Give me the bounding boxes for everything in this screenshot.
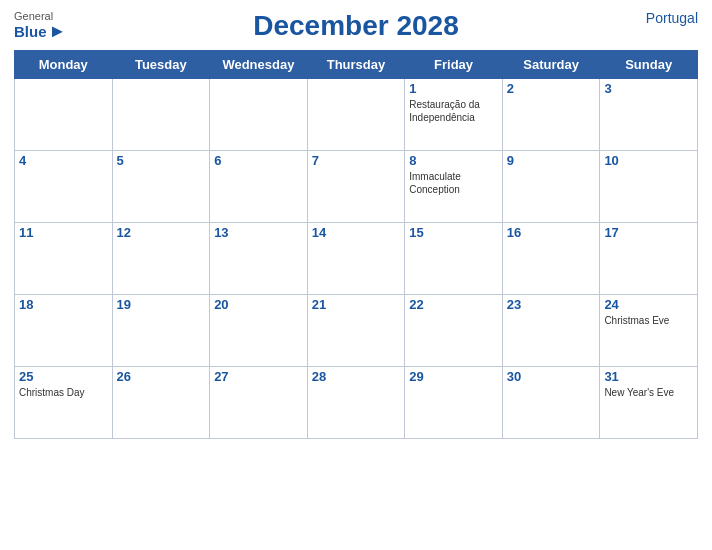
calendar-cell: 29 bbox=[405, 367, 503, 439]
header-sunday: Sunday bbox=[600, 51, 698, 79]
event-label: Christmas Day bbox=[19, 386, 108, 399]
event-label: Immaculate Conception bbox=[409, 170, 498, 196]
calendar-cell bbox=[112, 79, 210, 151]
day-number: 4 bbox=[19, 153, 108, 168]
logo-bird-icon: ► bbox=[49, 22, 67, 42]
event-label: Christmas Eve bbox=[604, 314, 693, 327]
calendar-cell: 25Christmas Day bbox=[15, 367, 113, 439]
day-number: 20 bbox=[214, 297, 303, 312]
calendar-cell: 28 bbox=[307, 367, 405, 439]
logo-blue-text: Blue ► bbox=[14, 22, 66, 42]
day-number: 17 bbox=[604, 225, 693, 240]
calendar-cell: 21 bbox=[307, 295, 405, 367]
calendar-cell: 2 bbox=[502, 79, 600, 151]
day-number: 29 bbox=[409, 369, 498, 384]
header-friday: Friday bbox=[405, 51, 503, 79]
calendar-cell: 16 bbox=[502, 223, 600, 295]
calendar-cell: 26 bbox=[112, 367, 210, 439]
calendar-table: Monday Tuesday Wednesday Thursday Friday… bbox=[14, 50, 698, 439]
calendar-cell: 30 bbox=[502, 367, 600, 439]
day-number: 10 bbox=[604, 153, 693, 168]
day-number: 15 bbox=[409, 225, 498, 240]
day-number: 6 bbox=[214, 153, 303, 168]
calendar-thead: Monday Tuesday Wednesday Thursday Friday… bbox=[15, 51, 698, 79]
day-number: 12 bbox=[117, 225, 206, 240]
calendar-cell: 6 bbox=[210, 151, 308, 223]
header-thursday: Thursday bbox=[307, 51, 405, 79]
calendar-cell: 1Restauração da Independência bbox=[405, 79, 503, 151]
calendar-cell: 3 bbox=[600, 79, 698, 151]
day-number: 7 bbox=[312, 153, 401, 168]
day-number: 23 bbox=[507, 297, 596, 312]
event-label: Restauração da Independência bbox=[409, 98, 498, 124]
calendar-week-row: 1Restauração da Independência23 bbox=[15, 79, 698, 151]
day-number: 28 bbox=[312, 369, 401, 384]
header-wednesday: Wednesday bbox=[210, 51, 308, 79]
calendar-cell bbox=[307, 79, 405, 151]
calendar-header: General Blue ► December 2028 Portugal bbox=[14, 10, 698, 42]
header-monday: Monday bbox=[15, 51, 113, 79]
day-number: 19 bbox=[117, 297, 206, 312]
calendar-cell bbox=[15, 79, 113, 151]
calendar-cell: 4 bbox=[15, 151, 113, 223]
calendar-title: December 2028 bbox=[253, 10, 458, 42]
calendar-container: General Blue ► December 2028 Portugal Mo… bbox=[0, 0, 712, 550]
day-number: 9 bbox=[507, 153, 596, 168]
day-number: 11 bbox=[19, 225, 108, 240]
day-number: 22 bbox=[409, 297, 498, 312]
day-number: 8 bbox=[409, 153, 498, 168]
calendar-week-row: 11121314151617 bbox=[15, 223, 698, 295]
logo-general-text: General bbox=[14, 10, 53, 22]
day-number: 25 bbox=[19, 369, 108, 384]
country-label: Portugal bbox=[646, 10, 698, 26]
calendar-cell: 22 bbox=[405, 295, 503, 367]
calendar-cell: 23 bbox=[502, 295, 600, 367]
calendar-cell: 14 bbox=[307, 223, 405, 295]
day-number: 24 bbox=[604, 297, 693, 312]
calendar-cell: 18 bbox=[15, 295, 113, 367]
calendar-cell: 9 bbox=[502, 151, 600, 223]
calendar-cell: 11 bbox=[15, 223, 113, 295]
calendar-cell: 10 bbox=[600, 151, 698, 223]
calendar-cell: 13 bbox=[210, 223, 308, 295]
calendar-body: 1Restauração da Independência2345678Imma… bbox=[15, 79, 698, 439]
day-number: 27 bbox=[214, 369, 303, 384]
day-number: 18 bbox=[19, 297, 108, 312]
day-number: 14 bbox=[312, 225, 401, 240]
calendar-cell: 24Christmas Eve bbox=[600, 295, 698, 367]
logo: General Blue ► bbox=[14, 10, 66, 42]
calendar-cell: 5 bbox=[112, 151, 210, 223]
calendar-cell: 7 bbox=[307, 151, 405, 223]
calendar-cell: 31New Year's Eve bbox=[600, 367, 698, 439]
calendar-cell: 19 bbox=[112, 295, 210, 367]
calendar-week-row: 25Christmas Day262728293031New Year's Ev… bbox=[15, 367, 698, 439]
calendar-cell: 17 bbox=[600, 223, 698, 295]
day-number: 21 bbox=[312, 297, 401, 312]
calendar-cell: 12 bbox=[112, 223, 210, 295]
header-saturday: Saturday bbox=[502, 51, 600, 79]
day-number: 2 bbox=[507, 81, 596, 96]
calendar-cell: 20 bbox=[210, 295, 308, 367]
day-number: 16 bbox=[507, 225, 596, 240]
calendar-cell: 15 bbox=[405, 223, 503, 295]
calendar-cell: 27 bbox=[210, 367, 308, 439]
day-number: 13 bbox=[214, 225, 303, 240]
calendar-week-row: 18192021222324Christmas Eve bbox=[15, 295, 698, 367]
calendar-cell: 8Immaculate Conception bbox=[405, 151, 503, 223]
calendar-cell bbox=[210, 79, 308, 151]
day-number: 26 bbox=[117, 369, 206, 384]
calendar-week-row: 45678Immaculate Conception910 bbox=[15, 151, 698, 223]
header-tuesday: Tuesday bbox=[112, 51, 210, 79]
weekday-header-row: Monday Tuesday Wednesday Thursday Friday… bbox=[15, 51, 698, 79]
event-label: New Year's Eve bbox=[604, 386, 693, 399]
day-number: 31 bbox=[604, 369, 693, 384]
day-number: 5 bbox=[117, 153, 206, 168]
day-number: 3 bbox=[604, 81, 693, 96]
day-number: 1 bbox=[409, 81, 498, 96]
day-number: 30 bbox=[507, 369, 596, 384]
